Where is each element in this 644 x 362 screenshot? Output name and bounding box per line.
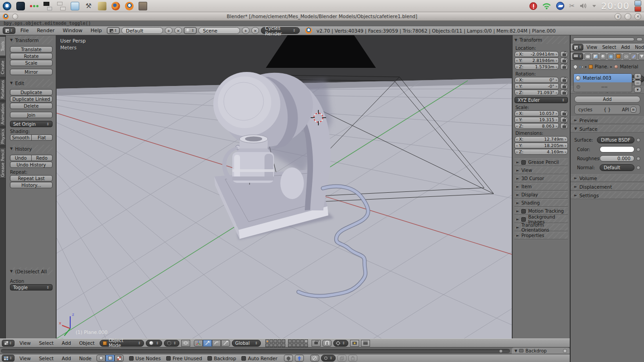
tab-create[interactable]: Create <box>0 57 6 77</box>
panel-history[interactable]: ▼History <box>10 145 53 152</box>
menu-window[interactable]: Window <box>60 28 86 33</box>
menu-add[interactable]: Add <box>620 45 632 50</box>
volume-icon[interactable] <box>580 3 587 9</box>
tab-relations[interactable]: Relations <box>0 79 6 100</box>
layer-cell[interactable] <box>296 343 300 347</box>
menu-file[interactable]: File <box>17 28 32 33</box>
layer-cell[interactable] <box>304 339 308 343</box>
alert-icon[interactable] <box>529 2 537 10</box>
menu-node[interactable]: Node <box>633 45 644 50</box>
tools-app-icon[interactable]: ⚒ <box>84 2 93 10</box>
panel-view[interactable]: ►View <box>514 167 568 174</box>
tab-physics[interactable]: Physics <box>0 128 6 146</box>
chevron-down-icon[interactable] <box>592 5 596 7</box>
undo-button[interactable]: Undo <box>10 155 32 161</box>
wifi-icon[interactable] <box>542 2 551 10</box>
layer-cell[interactable] <box>265 339 269 343</box>
scissors-icon[interactable]: ✂ <box>569 2 575 10</box>
panel-item[interactable]: ►Item <box>514 183 568 191</box>
menu-add[interactable]: Add <box>58 356 74 361</box>
menu-add[interactable]: Add <box>58 340 74 346</box>
panel-drag-dot[interactable] <box>563 349 567 353</box>
panel-transform-n[interactable]: ▼Transform <box>514 36 568 44</box>
snap-toggle[interactable] <box>322 340 332 347</box>
copy-node-button[interactable] <box>337 355 346 362</box>
history-button[interactable]: History... <box>10 182 53 188</box>
firefox-icon[interactable] <box>111 2 120 10</box>
use-nodes-checkbox[interactable]: Use Nodes <box>129 356 161 361</box>
material-slot-row[interactable]: Material.003 <box>574 74 632 82</box>
panel-motion-tracking[interactable]: ►Motion Tracking <box>514 207 568 215</box>
object-tab-icon[interactable] <box>615 53 622 60</box>
socket-icon[interactable] <box>636 138 640 142</box>
panel-background-images[interactable]: ►Background Images <box>514 215 568 223</box>
render-layers-tab-icon[interactable] <box>592 53 599 60</box>
breadcrumb-material[interactable]: Material <box>620 64 639 69</box>
lock-icon[interactable] <box>560 123 568 129</box>
location-y-field[interactable]: Y:2.81946m <box>514 57 559 63</box>
rotation-y-field[interactable]: Y:-0° <box>514 83 559 89</box>
breadcrumb-object[interactable]: Plane. <box>595 64 609 69</box>
scale-z-field[interactable]: Z:8.063 <box>514 123 559 129</box>
dots-menu-icon[interactable] <box>30 2 38 10</box>
snap-element-dropdown[interactable]: ⇕ <box>333 340 348 347</box>
shade-flat-button[interactable]: Flat <box>32 134 53 141</box>
scene-tab-icon[interactable] <box>600 53 606 60</box>
menu-select[interactable]: Select <box>601 45 618 50</box>
rotate-button[interactable]: Rotate <box>10 53 53 59</box>
lock-icon[interactable] <box>560 110 568 116</box>
panel-properties[interactable]: ►Properties <box>514 232 568 239</box>
normal-dropdown[interactable]: Default <box>600 164 634 171</box>
panel-transform[interactable]: ▼Transform <box>10 36 53 44</box>
scale-y-field[interactable]: Y:19.315 <box>514 117 559 123</box>
layer-cell[interactable] <box>300 339 304 343</box>
manipulator-translate-toggle[interactable] <box>203 340 212 347</box>
panel-settings[interactable]: ►Settings <box>571 191 644 199</box>
manipulator-scale-toggle[interactable] <box>221 340 230 347</box>
rotation-order-dropdown[interactable]: XYZ Euler⇕ <box>514 97 568 103</box>
slot-specials-button[interactable]: ▾ <box>634 87 641 93</box>
rotation-x-field[interactable]: X:0° <box>514 77 559 83</box>
dim-y-field[interactable]: Y:18.205m <box>514 143 568 148</box>
layer-cell[interactable] <box>265 343 269 347</box>
scale-button[interactable]: Scale <box>10 60 53 66</box>
backdrop-checkbox[interactable]: Backdrop <box>207 356 236 361</box>
screens-icon[interactable] <box>16 2 25 10</box>
screen-layout-icon-button[interactable]: ⇕ <box>107 27 120 34</box>
menu-view[interactable]: View <box>585 45 599 50</box>
close-button[interactable]: × <box>634 13 641 20</box>
power-icon[interactable] <box>634 6 641 12</box>
paste-node-button[interactable] <box>348 355 357 362</box>
pen-tool-app-icon[interactable] <box>98 2 106 10</box>
render-engine-dropdown[interactable]: Cycles Render⇕ <box>261 27 300 34</box>
mirror-button[interactable]: Mirror <box>10 69 53 75</box>
editor-type-button[interactable]: ⇕ <box>3 27 15 34</box>
background-images-checkbox[interactable] <box>521 217 526 222</box>
layer-cell[interactable] <box>292 339 296 343</box>
layer-cell[interactable] <box>278 339 281 343</box>
menu-render[interactable]: Render <box>34 28 58 33</box>
workspace-dark-icon[interactable] <box>43 2 52 10</box>
location-x-field[interactable]: X:-2.09414m <box>514 51 559 57</box>
lock-icon[interactable] <box>560 83 568 89</box>
lock-screen-icon[interactable] <box>634 0 641 6</box>
shade-smooth-button[interactable]: Smooth <box>10 134 32 141</box>
panel-shading[interactable]: ►Shading <box>514 199 568 207</box>
menu-object[interactable]: Object <box>76 340 98 346</box>
duplicate-button[interactable]: Duplicate <box>10 89 53 95</box>
layer-cell[interactable] <box>288 339 292 343</box>
socket-icon[interactable] <box>636 148 640 152</box>
lock-icon[interactable] <box>560 117 568 123</box>
layer-cell[interactable] <box>269 339 273 343</box>
constraints-tab-icon[interactable] <box>623 53 630 60</box>
tab-tools[interactable]: Tools <box>0 36 6 56</box>
dim-z-field[interactable]: Z:4.169m <box>514 149 568 155</box>
custom-prop-value[interactable]: { } <box>604 107 611 112</box>
editor-type-button[interactable]: ⇕ <box>572 53 583 60</box>
object-nodes-toggle[interactable] <box>106 355 115 362</box>
pivot-center-dropdown[interactable]: ⇕ <box>164 340 180 347</box>
panel-3d-cursor[interactable]: ►3D Cursor <box>514 175 568 182</box>
layer-cell[interactable] <box>300 343 304 347</box>
screen-layout-field[interactable]: Default <box>121 27 163 34</box>
render-opengl-anim-button[interactable] <box>361 340 370 347</box>
